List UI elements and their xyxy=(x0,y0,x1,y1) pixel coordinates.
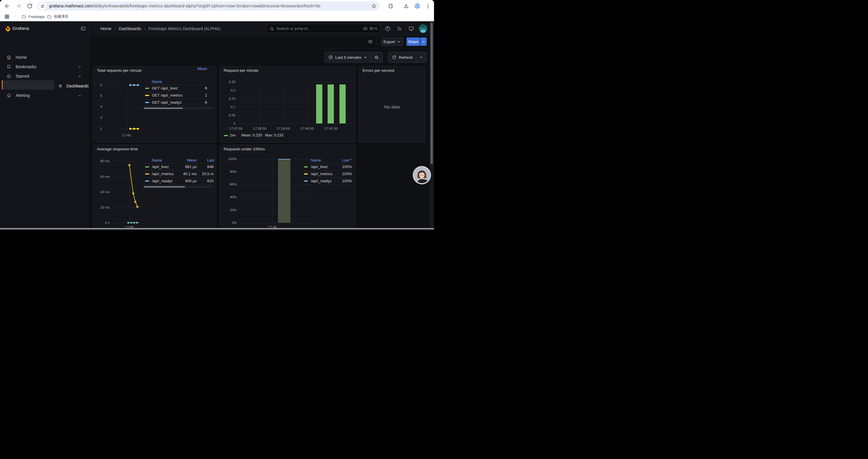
reload-icon[interactable] xyxy=(27,3,33,9)
profile-icon[interactable] xyxy=(414,3,421,9)
export-button[interactable]: Export xyxy=(381,37,403,46)
zoom-out-button[interactable] xyxy=(371,52,382,62)
floating-assistant-avatar[interactable] xyxy=(412,166,431,185)
page-scrollbar-thumb[interactable] xyxy=(430,23,433,164)
toolbar-divider xyxy=(399,3,400,9)
apps-grid-icon[interactable] xyxy=(4,14,10,20)
user-avatar[interactable] xyxy=(419,25,427,33)
x-tick: 17:38:00 xyxy=(251,126,269,131)
panel-title[interactable]: Errors per second xyxy=(363,68,394,73)
series-color-pill xyxy=(145,102,149,103)
legend-header-last[interactable]: Last * xyxy=(207,158,215,162)
breadcrumb: Home › Dashboards › Freeleaps Metrics Da… xyxy=(100,21,220,36)
chevron-down-icon[interactable] xyxy=(78,94,82,97)
forward-icon[interactable] xyxy=(16,3,22,9)
legend-series-name[interactable]: /api/_readyz xyxy=(152,179,173,183)
legend-scrollbar-thumb[interactable] xyxy=(144,186,185,188)
menu-kebab-icon[interactable] xyxy=(425,3,431,9)
bookmarks-divider xyxy=(16,14,16,19)
legend-series-name[interactable]: GET /api/_livez xyxy=(152,86,178,90)
site-settings-icon[interactable] xyxy=(39,2,46,10)
legend-series-name[interactable]: GET /api/_metrics xyxy=(152,93,183,97)
address-bar[interactable]: grafana.mathmast.com/d/deytv4rwavabkb/fr… xyxy=(37,1,379,11)
legend-series-name[interactable]: /api/_metrics xyxy=(152,172,174,176)
y-tick: 0.1 xyxy=(220,105,236,109)
panel-title[interactable]: Total requests per minute xyxy=(97,68,142,73)
sidebar-item-starred[interactable]: Starred xyxy=(0,71,89,81)
legend-series-last: 100% xyxy=(328,172,352,176)
bar-2xx xyxy=(339,85,346,124)
legend-separator xyxy=(304,170,352,171)
time-range-picker[interactable]: Last 5 minutes xyxy=(325,52,370,62)
gridline xyxy=(283,82,284,124)
breadcrumb-dashboards[interactable]: Dashboards xyxy=(119,26,141,31)
url-path: /d/deytv4rwavabkb/freeleaps-metrics-dash… xyxy=(93,4,320,8)
panel-title[interactable]: Requests under 100ms xyxy=(224,147,265,151)
refresh-interval-dropdown[interactable] xyxy=(416,52,426,62)
legend-series-name[interactable]: GET /api/_readyz xyxy=(152,100,182,104)
star-icon xyxy=(6,73,11,79)
legend-header-last[interactable]: Last * xyxy=(328,158,352,162)
panel-title[interactable]: Request per minute xyxy=(224,68,258,73)
back-icon[interactable] xyxy=(4,3,10,9)
sidebar-active-bar xyxy=(2,80,3,90)
search-input[interactable]: Search or jump to... ⌘+k xyxy=(267,24,380,33)
grafana-topnav: Grafana Home › Dashboards › Freeleaps Me… xyxy=(0,21,434,36)
screen: grafana.mathmast.com/d/deytv4rwavabkb/fr… xyxy=(0,0,434,230)
extensions-icon[interactable] xyxy=(388,3,394,9)
url-text: grafana.mathmast.com/d/deytv4rwavabkb/fr… xyxy=(49,1,370,11)
favorite-dashboard-star-icon[interactable] xyxy=(368,39,373,44)
legend-header-name[interactable]: Name xyxy=(311,158,321,162)
y-tick: 60 ms xyxy=(93,174,110,179)
series-color-pill xyxy=(145,95,149,96)
legend-header-mean[interactable]: Mean xyxy=(181,158,197,162)
chevron-down-icon[interactable] xyxy=(78,65,82,69)
display-icon[interactable] xyxy=(408,26,414,32)
legend-header-name[interactable]: Name xyxy=(152,158,162,162)
x-tick: 17:40:00 xyxy=(299,126,316,131)
chevron-down-icon xyxy=(397,40,401,43)
grafana-logo[interactable] xyxy=(4,25,11,32)
sidebar-item-bookmarks[interactable]: Bookmarks xyxy=(0,62,89,71)
panel-title[interactable]: Average response time xyxy=(97,147,138,151)
legend-series-name[interactable]: /api/_livez xyxy=(152,165,169,169)
legend-header-name[interactable]: Name xyxy=(152,79,162,84)
legend-series-last: 100% xyxy=(328,179,352,183)
legend-header-mean[interactable]: Mean xyxy=(191,66,207,71)
gridline xyxy=(112,192,142,192)
sidebar-item-home[interactable]: Home xyxy=(0,53,89,62)
grafana-topnav-left: Grafana xyxy=(0,21,89,36)
y-tick: 40% xyxy=(220,195,237,199)
share-button[interactable]: Share xyxy=(406,37,420,46)
sidebar-item-alerting[interactable]: Alerting xyxy=(0,91,89,100)
chevron-down-icon xyxy=(422,40,426,43)
sidebar-item-dashboards[interactable]: Dashboards xyxy=(0,81,89,91)
gridline xyxy=(129,158,130,224)
legend-scrollbar-track xyxy=(144,107,214,109)
page-scrollbar-track[interactable] xyxy=(430,21,434,230)
bookmark-folder-blogs[interactable]: 收藏博客 xyxy=(45,13,70,21)
gridline xyxy=(239,197,312,197)
help-icon[interactable] xyxy=(385,26,391,32)
legend-series-name[interactable]: 2xx xyxy=(230,133,236,137)
legend-scrollbar-thumb[interactable] xyxy=(144,107,183,109)
dashboards-grid-icon xyxy=(59,83,62,89)
bookmark-star-icon[interactable] xyxy=(371,3,377,9)
sidebar-toggle-icon[interactable] xyxy=(80,26,86,31)
y-tick: 80% xyxy=(220,169,237,174)
downloads-icon[interactable] xyxy=(403,3,409,9)
chevron-down-icon[interactable] xyxy=(78,84,82,88)
gridline xyxy=(104,96,143,96)
chevron-down-icon[interactable] xyxy=(78,74,82,78)
legend-separator xyxy=(144,99,214,99)
legend-series-mean: 2 xyxy=(188,93,207,97)
bookmark-folder-freeleaps[interactable]: Freeleaps xyxy=(20,13,47,21)
y-tick: 3 xyxy=(93,116,102,120)
gridline xyxy=(260,82,260,124)
news-rss-icon[interactable] xyxy=(397,26,402,32)
refresh-button[interactable]: Refresh xyxy=(389,52,416,62)
legend-separator xyxy=(144,92,214,92)
share-dropdown-button[interactable] xyxy=(420,37,427,46)
breadcrumb-home[interactable]: Home xyxy=(100,26,112,31)
legend-series-name[interactable]: /api/_livez xyxy=(311,165,328,169)
